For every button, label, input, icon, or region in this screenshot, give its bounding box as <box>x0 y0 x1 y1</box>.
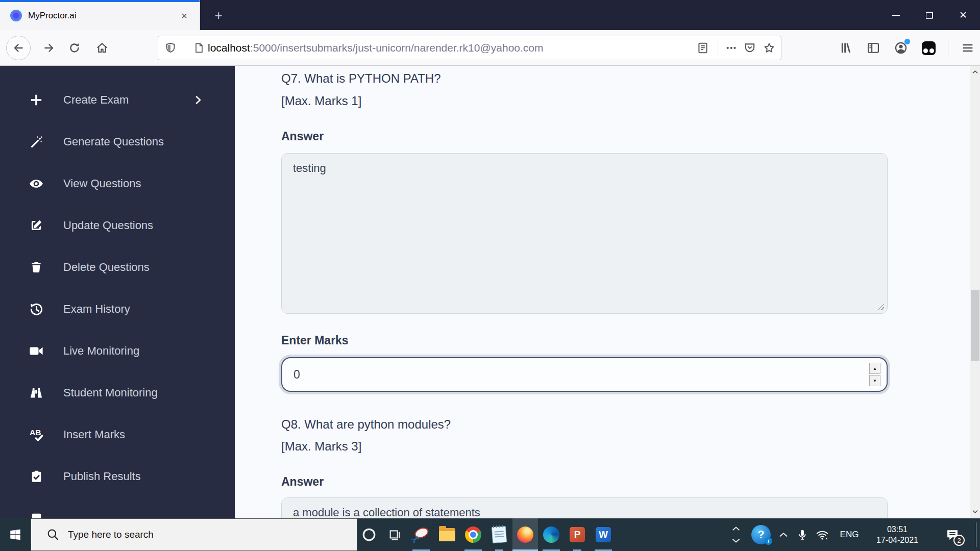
clock-time: 03:51 <box>887 524 908 535</box>
tracking-shield-icon[interactable] <box>164 42 177 54</box>
system-tray: ?i ENG 03:51 17-04-2021 2 <box>725 518 980 551</box>
sidebar-item-publish-results[interactable]: Publish Results <box>0 456 235 497</box>
language-indicator[interactable]: ENG <box>835 518 864 551</box>
tray-scroll-buttons <box>729 518 743 551</box>
home-icon <box>95 41 109 55</box>
answer-textarea-q8[interactable]: a module is a collection of statements <box>281 497 888 518</box>
sidebar-item-live-monitoring[interactable]: Live Monitoring <box>0 330 235 372</box>
answer-label-q7: Answer <box>281 130 324 143</box>
sidebar-item-delete-questions[interactable]: Delete Questions <box>0 246 235 288</box>
window-controls: ✕ <box>879 0 980 30</box>
taskbar-clock[interactable]: 03:51 17-04-2021 <box>867 518 928 551</box>
answer-textarea-q7[interactable]: testing <box>281 153 888 314</box>
page-info-icon[interactable] <box>193 42 205 54</box>
show-desktop-divider[interactable] <box>976 522 976 547</box>
sidebar-item-label: View Questions <box>63 177 141 190</box>
sidebar-toggle-icon[interactable] <box>865 40 881 56</box>
action-center-button[interactable]: 2 <box>939 518 966 551</box>
sidebar-item-label: Generate Questions <box>63 135 164 148</box>
toolbar-divider <box>948 41 948 55</box>
taskbar-search[interactable] <box>31 518 357 551</box>
plus-icon <box>29 92 44 108</box>
scroll-up-icon[interactable] <box>970 67 980 77</box>
marks-input-q7[interactable] <box>281 357 888 392</box>
browser-titlebar: MyProctor.ai ✕ + ✕ <box>0 0 980 30</box>
minimize-icon <box>892 15 900 16</box>
sidebar-item-exam-history[interactable]: Exam History <box>0 288 235 330</box>
taskbar-powerpoint-button[interactable]: P <box>565 518 590 551</box>
taskbar-firefox-button[interactable] <box>512 518 538 551</box>
account-icon[interactable] <box>893 40 909 56</box>
cortana-icon <box>361 527 377 542</box>
sidebar-item-label: Create Exam <box>63 93 129 107</box>
sidebar-item-label: Exam History <box>63 303 130 316</box>
taskbar-chrome-button[interactable] <box>460 518 486 551</box>
taskbar-edge-button[interactable] <box>538 518 564 551</box>
menu-hamburger-icon[interactable] <box>960 40 976 56</box>
microphone-tray-icon[interactable] <box>794 518 811 551</box>
myproctor-favicon <box>10 10 22 21</box>
library-icon[interactable] <box>838 40 854 56</box>
pocket-icon[interactable] <box>743 41 756 55</box>
sidebar: Create Exam Generate Questions View Ques… <box>0 66 235 518</box>
sidebar-item-generate-questions[interactable]: Generate Questions <box>0 121 235 163</box>
sidebar-item-label: Update Questions <box>63 219 153 232</box>
start-button[interactable] <box>0 518 31 551</box>
trash-icon <box>29 260 44 275</box>
reader-mode-icon[interactable] <box>696 41 709 55</box>
forward-arrow-icon <box>42 41 56 55</box>
reload-button[interactable] <box>64 38 85 58</box>
close-button[interactable]: ✕ <box>946 0 980 30</box>
show-hidden-icons-button[interactable] <box>776 518 791 551</box>
scrollbar-thumb[interactable] <box>971 290 979 361</box>
sidebar-item-view-questions[interactable]: View Questions <box>0 163 235 205</box>
taskbar-cortana-button[interactable] <box>356 518 382 551</box>
sidebar-item-student-monitoring[interactable]: Student Monitoring <box>0 372 235 414</box>
wifi-tray-icon[interactable] <box>813 518 832 551</box>
url-text[interactable]: localhost:5000/insertsubmarks/just-unico… <box>208 42 693 54</box>
extension-icon[interactable] <box>920 40 937 56</box>
chevron-up-icon[interactable] <box>732 526 740 531</box>
minimize-button[interactable] <box>879 0 913 30</box>
get-help-button[interactable]: ?i <box>749 518 773 551</box>
magic-wand-icon <box>29 134 44 149</box>
urlbar-divider-2 <box>718 41 718 55</box>
restore-button[interactable] <box>913 0 946 30</box>
taskbar-word-button[interactable]: W <box>591 518 616 551</box>
search-input[interactable] <box>68 529 313 540</box>
powerpoint-icon: P <box>570 527 585 542</box>
marks-field-wrap: ▲ ▼ <box>281 357 888 392</box>
back-button[interactable] <box>6 36 31 60</box>
question-7-max-marks: [Max. Marks 1] <box>281 94 361 108</box>
taskbar-explorer-button[interactable] <box>434 518 460 551</box>
tab-close-icon[interactable]: ✕ <box>178 9 191 22</box>
number-spinner: ▲ ▼ <box>869 363 880 386</box>
clock-date: 17-04-2021 <box>876 535 918 545</box>
sidebar-item-update-questions[interactable]: Update Questions <box>0 205 235 246</box>
taskbar-apps: ✂ P <box>356 518 617 551</box>
taskbar-notepad-button[interactable] <box>486 518 512 551</box>
scroll-down-icon[interactable] <box>970 506 980 516</box>
page-actions-icon[interactable]: ••• <box>726 44 737 52</box>
tab-title: MyProctor.ai <box>28 11 76 21</box>
bookmark-star-icon[interactable] <box>763 41 776 55</box>
sidebar-item-create-exam[interactable]: Create Exam <box>0 79 235 121</box>
browser-tab[interactable]: MyProctor.ai ✕ <box>0 0 200 30</box>
page-scrollbar[interactable] <box>970 66 980 518</box>
new-tab-button[interactable]: + <box>209 7 228 23</box>
sidebar-item-insert-marks[interactable]: AB Insert Marks <box>0 414 235 456</box>
spinner-down-icon[interactable]: ▼ <box>869 375 880 386</box>
taskbar-taskview-button[interactable] <box>382 518 408 551</box>
forward-button[interactable] <box>39 38 59 58</box>
history-icon <box>29 302 44 317</box>
extension-logo <box>922 41 936 55</box>
sidebar-item-partial[interactable] <box>0 497 235 518</box>
chevron-down-icon[interactable] <box>732 538 740 543</box>
url-bar[interactable]: localhost:5000/insertsubmarks/just-unico… <box>158 36 781 60</box>
taskbar-snipping-tool-button[interactable]: ✂ <box>408 518 434 551</box>
file-explorer-icon <box>439 528 455 541</box>
home-button[interactable] <box>92 38 112 58</box>
reload-icon <box>68 41 81 55</box>
restore-icon <box>926 12 933 19</box>
spinner-up-icon[interactable]: ▲ <box>869 363 880 374</box>
